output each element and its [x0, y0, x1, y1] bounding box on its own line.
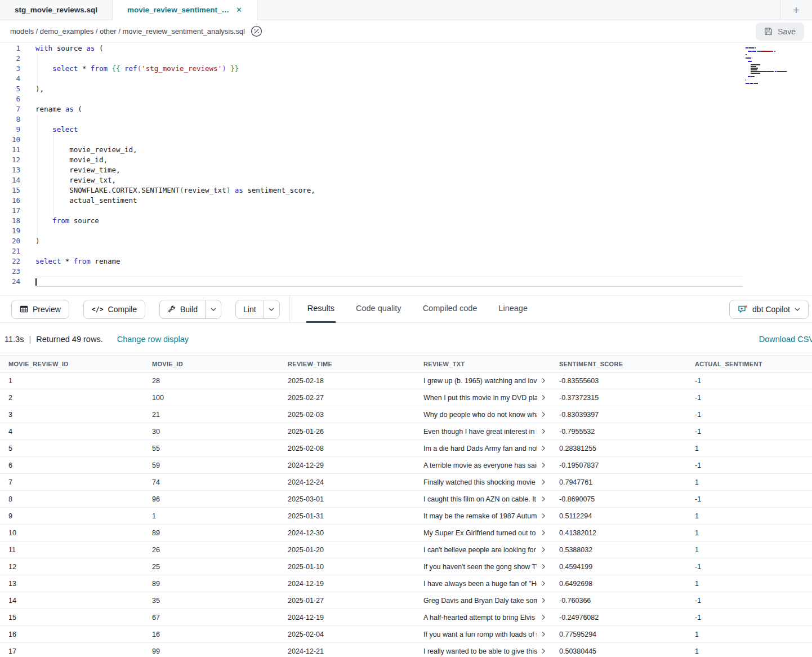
tab-lineage[interactable]: Lineage	[497, 295, 529, 323]
code-text: )	[35, 236, 40, 246]
cell-movie-id: 67	[144, 614, 279, 622]
code-token: review_time,	[35, 166, 121, 174]
cell-review-time: 2025-02-27	[279, 394, 415, 402]
line-number: 21	[0, 246, 20, 256]
cell-review-txt: Im a die hard Dads Army fan and nothi…	[415, 445, 551, 452]
build-wrench-icon	[167, 305, 176, 313]
minimap-line	[746, 71, 793, 72]
compile-button[interactable]: </> Compile	[83, 300, 145, 319]
expand-cell-icon[interactable]	[541, 563, 546, 570]
close-tab-icon[interactable]: ✕	[236, 6, 242, 14]
cell-review-txt: My Super Ex Girlfriend turned out to b…	[415, 529, 551, 537]
code-token	[230, 186, 235, 194]
cell-sentiment-score: 0.6492698	[551, 580, 686, 588]
minimap-line	[746, 73, 793, 74]
expand-cell-icon[interactable]	[541, 614, 546, 620]
preview-button[interactable]: Preview	[11, 300, 69, 319]
cell-review-time: 2025-02-08	[279, 445, 415, 452]
expand-cell-icon[interactable]	[541, 597, 546, 603]
code-token: *	[61, 257, 74, 265]
expand-cell-icon[interactable]	[541, 445, 546, 451]
cell-review-txt: I have always been a huge fan of "Hom…	[415, 580, 551, 588]
expand-cell-icon[interactable]	[541, 378, 546, 384]
table-row: 11262025-01-20I can't believe people are…	[0, 541, 812, 558]
save-button[interactable]: Save	[756, 23, 804, 41]
cell-movie-review-id: 15	[0, 614, 144, 622]
dbt-copilot-button[interactable]: dbt Copilot	[729, 300, 809, 319]
expand-cell-icon[interactable]	[541, 496, 546, 502]
download-csv-link[interactable]: Download CSV	[759, 335, 812, 344]
tab-code-quality[interactable]: Code quality	[355, 295, 403, 323]
editor-tab-1[interactable]: stg_movie_reviews.sql	[0, 0, 113, 20]
code-token: as	[65, 105, 74, 113]
tab-results[interactable]: Results	[306, 295, 336, 323]
table-row: 6592024-12-29A terrible movie as everyon…	[0, 457, 812, 474]
new-tab-button[interactable]: +	[780, 0, 812, 20]
minimap-segment	[752, 57, 752, 59]
code-editor[interactable]: 1with source as (23 select * from {{ ref…	[0, 43, 812, 295]
expand-cell-icon[interactable]	[541, 411, 546, 418]
code-token: from	[74, 257, 91, 265]
build-dropdown-button[interactable]	[205, 300, 221, 318]
cell-sentiment-score: -0.7955532	[551, 428, 686, 436]
expand-cell-icon[interactable]	[541, 648, 546, 654]
table-row: 14352025-01-27Greg Davis and Bryan Daly …	[0, 592, 812, 609]
table-row: 15672024-12-19A half-hearted attempt to …	[0, 609, 812, 626]
editor-tab-label: stg_movie_reviews.sql	[15, 6, 97, 14]
expand-cell-icon[interactable]	[541, 462, 546, 468]
review-text: A half-hearted attempt to bring Elvis P…	[423, 614, 537, 622]
table-row: 3212025-02-03Why do people who do not kn…	[0, 406, 812, 423]
cell-movie-review-id: 8	[0, 495, 144, 503]
file-status-icon	[251, 25, 262, 37]
line-number: 8	[0, 114, 20, 125]
line-number: 18	[0, 216, 20, 226]
lint-dropdown-button[interactable]	[264, 300, 279, 318]
minimap[interactable]	[746, 47, 793, 88]
minimap-segment	[774, 51, 775, 52]
expand-cell-icon[interactable]	[541, 547, 546, 553]
code-token: select	[52, 125, 78, 134]
expand-cell-icon[interactable]	[541, 631, 546, 637]
expand-cell-icon[interactable]	[541, 479, 546, 485]
line-number: 11	[0, 145, 20, 155]
code-text	[35, 277, 743, 287]
change-row-display-link[interactable]: Change row display	[117, 335, 189, 344]
cell-movie-id: 16	[144, 631, 279, 638]
cell-sentiment-score: -0.83039397	[551, 411, 686, 419]
review-text: My Super Ex Girlfriend turned out to b…	[423, 529, 537, 537]
cell-movie-review-id: 9	[0, 512, 144, 520]
line-number: 2	[0, 54, 20, 64]
minimap-gap	[746, 69, 751, 70]
build-button[interactable]: Build	[160, 300, 205, 318]
cell-sentiment-score: 0.50380445	[551, 647, 686, 655]
minimap-segment	[748, 47, 753, 48]
cell-movie-review-id: 7	[0, 478, 144, 486]
minimap-line	[746, 52, 793, 54]
code-token: actual_sentiment	[35, 196, 137, 205]
cell-movie-review-id: 12	[0, 563, 144, 571]
code-line: 23	[0, 267, 812, 277]
minimap-segment	[746, 83, 749, 84]
expand-cell-icon[interactable]	[541, 580, 546, 587]
line-number: 10	[0, 135, 20, 145]
cell-sentiment-score: -0.37372315	[551, 394, 686, 402]
minimap-gap	[746, 66, 751, 67]
line-number: 7	[0, 104, 20, 114]
cell-movie-id: 59	[144, 461, 279, 469]
expand-cell-icon[interactable]	[541, 530, 546, 536]
expand-cell-icon[interactable]	[541, 513, 546, 519]
line-number: 4	[0, 74, 20, 84]
lint-button[interactable]: Lint	[236, 300, 264, 318]
cell-movie-id: 30	[144, 428, 279, 436]
cell-movie-id: 99	[144, 647, 279, 655]
editor-tab-2[interactable]: movie_review_sentiment_…✕	[113, 0, 257, 20]
code-line: 4	[0, 74, 812, 84]
minimap-segment	[777, 71, 787, 72]
cell-movie-id: 96	[144, 495, 279, 503]
code-token: as	[86, 44, 95, 52]
code-token: 'stg_movie_reviews'	[141, 64, 222, 73]
lint-button-group: Lint	[235, 300, 280, 319]
expand-cell-icon[interactable]	[541, 428, 546, 434]
tab-compiled-code[interactable]: Compiled code	[422, 295, 479, 323]
expand-cell-icon[interactable]	[541, 394, 546, 401]
